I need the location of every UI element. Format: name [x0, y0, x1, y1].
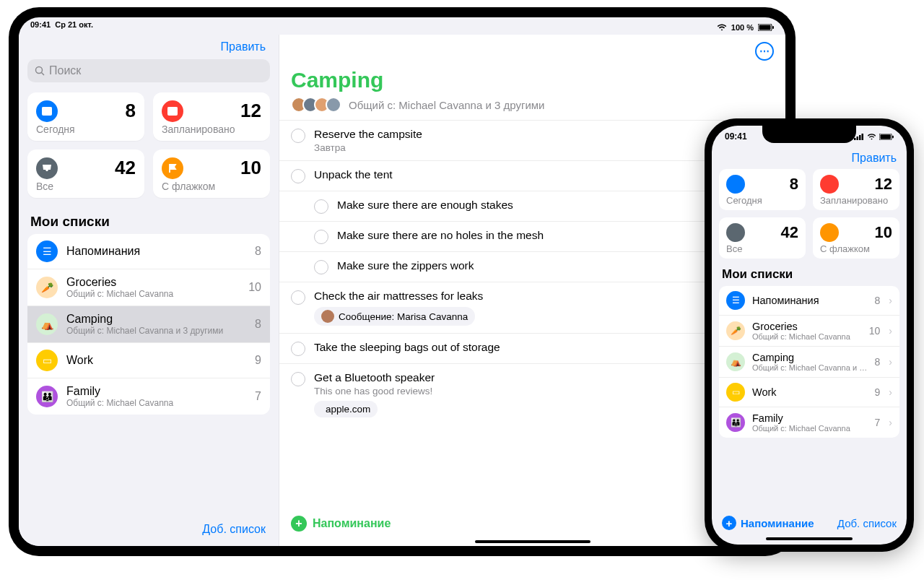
- message-chip[interactable]: Сообщение: Marisa Cavanna: [314, 307, 475, 326]
- iphone-device: 09:41 Править 8Сегодня12Запланировано42В…: [705, 118, 914, 552]
- summary-card-Запланировано[interactable]: 12Запланировано: [813, 169, 899, 210]
- list-icon: ▭: [36, 350, 58, 371]
- list-count: 9: [255, 354, 261, 367]
- shared-with-row[interactable]: Общий с: Michael Cavanna и 3 другими: [279, 97, 785, 120]
- list-row-Camping[interactable]: ⛺CampingОбщий с: Michael Cavanna и 3 дру…: [719, 347, 899, 378]
- list-name: Camping: [752, 352, 868, 363]
- ipad-status-bar: 09:41 Ср 21 окт. 100 %: [19, 17, 785, 35]
- avatar: [326, 97, 341, 113]
- notch: [762, 126, 856, 143]
- svg-rect-13: [859, 135, 861, 140]
- summary-count: 8: [126, 100, 136, 122]
- complete-toggle[interactable]: [291, 290, 305, 305]
- summary-label: Запланировано: [162, 124, 261, 135]
- list-sub: Общий с: Michael Cavanna: [752, 424, 868, 433]
- list-row-Groceries[interactable]: 🥕GroceriesОбщий с: Michael Cavanna10: [27, 269, 270, 306]
- status-date: Ср 21 окт.: [55, 20, 93, 29]
- summary-count: 8: [790, 175, 798, 194]
- chevron-right-icon: ›: [889, 386, 892, 398]
- list-count: 10: [248, 281, 261, 294]
- chevron-right-icon: ›: [889, 356, 892, 368]
- list-count: 8: [255, 245, 261, 258]
- list-sub: Общий с: Michael Cavanna: [66, 289, 240, 299]
- summary-icon: [820, 223, 839, 242]
- svg-rect-17: [892, 135, 894, 138]
- summary-label: Запланировано: [820, 195, 892, 206]
- list-row-Family[interactable]: 👪FamilyОбщий с: Michael Cavanna7›: [719, 407, 899, 438]
- list-row-Work[interactable]: ▭Work9›: [719, 378, 899, 407]
- complete-toggle[interactable]: [291, 372, 305, 386]
- edit-button[interactable]: Править: [852, 152, 897, 165]
- summary-count: 10: [875, 223, 892, 242]
- new-reminder-button[interactable]: + Напоминание: [722, 516, 814, 530]
- search-input[interactable]: Поиск: [27, 59, 270, 82]
- summary-label: С флажком: [820, 243, 892, 254]
- add-list-button[interactable]: Доб. список: [202, 523, 266, 536]
- status-time: 09:41: [30, 20, 51, 29]
- summary-icon: [820, 175, 839, 194]
- ipad-device: 09:41 Ср 21 окт. 100 % Править Поиск 218: [9, 7, 796, 556]
- summary-label: С флажком: [162, 181, 261, 192]
- list-name: Groceries: [66, 276, 240, 289]
- svg-rect-1: [759, 25, 771, 30]
- list-name: Напоминания: [752, 295, 868, 306]
- list-count: 10: [869, 325, 881, 337]
- summary-icon: [726, 175, 745, 194]
- search-icon: [35, 66, 45, 76]
- list-row-Напоминания[interactable]: ☰Напоминания8›: [719, 286, 899, 316]
- link-chip[interactable]: apple.com: [314, 401, 378, 417]
- summary-card-Все[interactable]: 42Все: [27, 150, 144, 198]
- svg-rect-12: [857, 136, 859, 140]
- list-name: Family: [66, 385, 246, 398]
- complete-toggle[interactable]: [314, 260, 328, 274]
- summary-card-Запланировано[interactable]: 2112Запланировано: [153, 92, 270, 141]
- summary-label: Все: [36, 181, 136, 192]
- summary-card-Все[interactable]: 42Все: [719, 217, 806, 259]
- add-list-button[interactable]: Доб. список: [837, 517, 897, 529]
- summary-card-Сегодня[interactable]: 218Сегодня: [27, 92, 144, 141]
- svg-rect-14: [862, 134, 864, 140]
- summary-card-С флажком[interactable]: 10С флажком: [153, 150, 270, 198]
- complete-toggle[interactable]: [314, 199, 328, 214]
- list-icon: ☰: [726, 291, 745, 310]
- ipad-screen: 09:41 Ср 21 окт. 100 % Править Поиск 218: [19, 17, 785, 546]
- avatar: [321, 310, 334, 323]
- summary-label: Все: [726, 243, 798, 254]
- iphone-screen: 09:41 Править 8Сегодня12Запланировано42В…: [712, 126, 907, 545]
- list-icon: 👪: [726, 413, 745, 432]
- chevron-right-icon: ›: [889, 325, 892, 337]
- list-sub: Общий с: Michael Cavanna: [752, 332, 862, 341]
- list-name: Groceries: [752, 321, 862, 332]
- complete-toggle[interactable]: [291, 169, 305, 183]
- svg-line-4: [42, 73, 45, 76]
- list-sub: Общий с: Michael Cavanna и 3 друг…: [752, 363, 868, 372]
- summary-card-С флажком[interactable]: 10С флажком: [813, 217, 899, 259]
- summary-count: 42: [781, 223, 798, 242]
- complete-toggle[interactable]: [291, 129, 305, 143]
- list-count: 8: [875, 356, 881, 368]
- wifi-icon: [717, 24, 727, 31]
- list-row-Напоминания[interactable]: ☰Напоминания8: [27, 234, 270, 269]
- complete-toggle[interactable]: [291, 342, 305, 356]
- battery-icon: [879, 134, 894, 140]
- summary-card-Сегодня[interactable]: 8Сегодня: [719, 169, 806, 210]
- edit-button[interactable]: Править: [221, 40, 266, 53]
- list-row-Groceries[interactable]: 🥕GroceriesОбщий с: Michael Cavanna10›: [719, 316, 899, 347]
- complete-toggle[interactable]: [314, 230, 328, 244]
- summary-icon: 21: [162, 100, 183, 122]
- list-row-Camping[interactable]: ⛺CampingОбщий с: Michael Cavanna и 3 дру…: [27, 306, 270, 343]
- shared-with-text: Общий с: Michael Cavanna и 3 другими: [349, 99, 544, 111]
- summary-icon: 21: [36, 100, 58, 122]
- more-button[interactable]: ⋯: [755, 42, 774, 61]
- list-row-Family[interactable]: 👪FamilyОбщий с: Michael Cavanna7: [27, 378, 270, 415]
- summary-icon: [162, 157, 183, 179]
- summary-count: 12: [875, 175, 892, 194]
- list-icon: ▭: [726, 383, 745, 402]
- list-row-Work[interactable]: ▭Work9: [27, 343, 270, 378]
- svg-rect-2: [772, 26, 774, 29]
- summary-count: 12: [240, 100, 261, 122]
- new-reminder-label: Напоминание: [741, 517, 814, 529]
- list-icon: 🥕: [36, 277, 58, 298]
- svg-text:21: 21: [170, 109, 176, 116]
- mylists-heading: Мои списки: [30, 214, 270, 230]
